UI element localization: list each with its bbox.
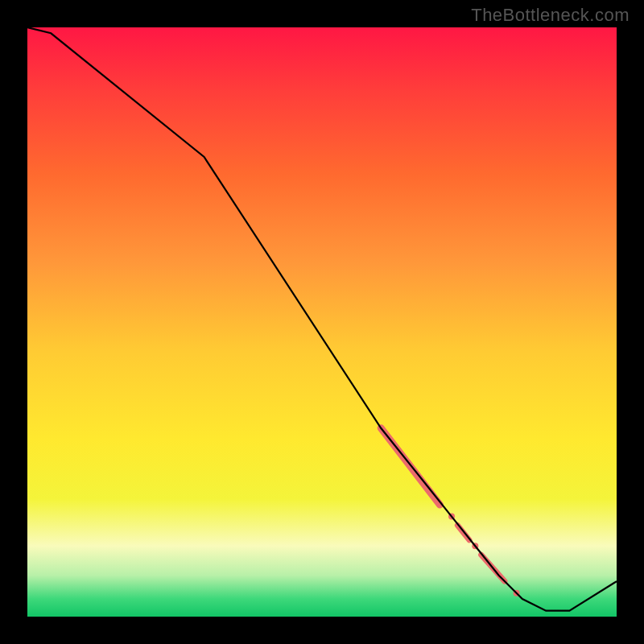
watermark-text: TheBottleneck.com: [471, 5, 630, 26]
chart-svg: [27, 27, 617, 617]
chart-plot-area: [27, 27, 617, 617]
chart-background: [27, 27, 617, 617]
